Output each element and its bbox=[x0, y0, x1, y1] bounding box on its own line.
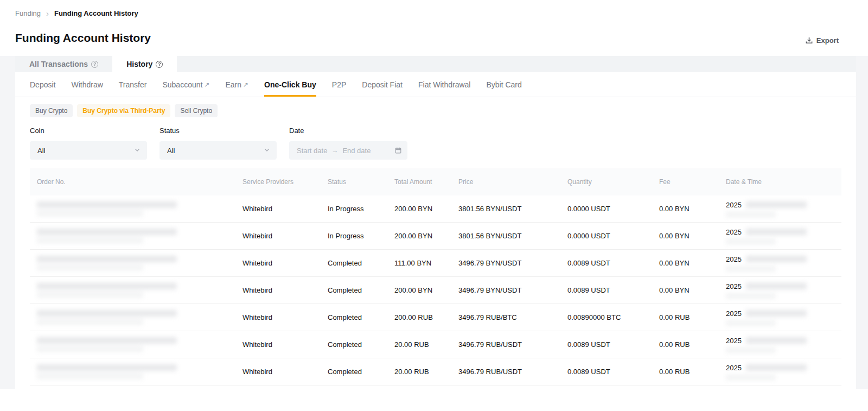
pill-sell-crypto[interactable]: Sell Crypto bbox=[175, 104, 218, 117]
time-redacted bbox=[726, 375, 776, 380]
subtab-bar: Deposit Withdraw Transfer Subaccount↗ Ea… bbox=[15, 72, 856, 97]
time-redacted bbox=[726, 347, 776, 353]
content-background: All Transactions ? History ? Deposit Wit… bbox=[0, 56, 868, 389]
col-fee: Fee bbox=[659, 178, 726, 186]
coin-filter-label: Coin bbox=[30, 127, 147, 135]
date-year: 2025 bbox=[726, 309, 742, 318]
service-provider: Whitebird bbox=[242, 313, 328, 321]
subtab-transfer[interactable]: Transfer bbox=[119, 72, 147, 97]
fee: 0.00 RUB bbox=[659, 368, 726, 376]
quantity: 0.0089 USDT bbox=[567, 340, 659, 349]
col-service-providers: Service Providers bbox=[242, 178, 328, 186]
order-no-redacted bbox=[37, 283, 242, 298]
fee: 0.00 RUB bbox=[659, 340, 726, 349]
total-amount: 200.00 RUB bbox=[394, 313, 458, 321]
pill-buy-crypto[interactable]: Buy Crypto bbox=[30, 104, 73, 117]
subtab-subaccount[interactable]: Subaccount↗ bbox=[162, 72, 209, 97]
fee: 0.00 BYN bbox=[659, 286, 726, 294]
status-value: Completed bbox=[328, 286, 394, 294]
status-filter: Status All bbox=[159, 127, 277, 160]
calendar-icon[interactable] bbox=[394, 147, 402, 154]
date-redacted bbox=[746, 256, 807, 262]
time-redacted bbox=[726, 212, 776, 217]
subtab-label: Deposit Fiat bbox=[362, 80, 403, 89]
subtab-bybit-card[interactable]: Bybit Card bbox=[486, 72, 521, 97]
price: 3496.79 RUB/USDT bbox=[458, 340, 567, 349]
subtab-deposit[interactable]: Deposit bbox=[30, 72, 55, 97]
time-redacted bbox=[726, 239, 776, 244]
col-order-no: Order No. bbox=[37, 178, 242, 186]
history-table: Order No. Service Providers Status Total… bbox=[30, 168, 841, 385]
chevron-down-icon bbox=[134, 147, 141, 155]
order-no-redacted bbox=[37, 364, 242, 379]
subtab-deposit-fiat[interactable]: Deposit Fiat bbox=[362, 72, 403, 97]
date-time: 2025 bbox=[726, 255, 841, 271]
status-filter-label: Status bbox=[159, 127, 277, 135]
coin-filter: Coin All bbox=[30, 127, 147, 160]
order-no-redacted bbox=[37, 229, 242, 243]
pill-filter-group: Buy Crypto Buy Crypto via Third-Party Se… bbox=[15, 97, 856, 117]
chevron-right-icon: › bbox=[46, 10, 49, 17]
price: 3801.56 BYN/USDT bbox=[458, 232, 567, 240]
quantity: 0.0089 USDT bbox=[567, 286, 659, 294]
pill-buy-crypto-third-party[interactable]: Buy Crypto via Third-Party bbox=[77, 104, 170, 117]
date-redacted bbox=[746, 229, 807, 235]
status-value: In Progress bbox=[328, 205, 394, 213]
service-provider: Whitebird bbox=[242, 340, 328, 349]
subtab-p2p[interactable]: P2P bbox=[332, 72, 346, 97]
quantity: 0.0000 USDT bbox=[567, 232, 659, 240]
coin-select[interactable]: All bbox=[30, 141, 147, 160]
time-redacted bbox=[726, 320, 776, 326]
order-no-redacted bbox=[37, 256, 242, 270]
help-icon[interactable]: ? bbox=[156, 61, 163, 68]
breadcrumb-parent[interactable]: Funding bbox=[15, 9, 41, 17]
col-date-time: Date & Time bbox=[726, 178, 841, 186]
total-amount: 200.00 BYN bbox=[394, 232, 458, 240]
download-icon bbox=[805, 36, 813, 45]
tab-history[interactable]: History ? bbox=[112, 56, 177, 72]
subtab-one-click-buy[interactable]: One-Click Buy bbox=[264, 72, 316, 97]
date-filter: Date Start date → End date bbox=[289, 127, 407, 160]
price: 3496.79 BYN/USDT bbox=[458, 259, 567, 267]
date-time: 2025 bbox=[726, 337, 841, 353]
date-year: 2025 bbox=[726, 337, 742, 345]
price: 3801.56 BYN/USDT bbox=[458, 205, 567, 213]
service-provider: Whitebird bbox=[242, 205, 328, 213]
subtab-earn[interactable]: Earn↗ bbox=[225, 72, 248, 97]
date-range-input[interactable]: Start date → End date bbox=[289, 141, 407, 160]
date-year: 2025 bbox=[726, 255, 742, 263]
total-amount: 111.00 BYN bbox=[394, 259, 458, 267]
subtab-label: Deposit bbox=[30, 80, 55, 89]
external-link-icon: ↗ bbox=[204, 81, 209, 88]
subtab-label: Transfer bbox=[119, 80, 147, 89]
order-no-redacted bbox=[37, 337, 242, 352]
subtab-fiat-withdrawal[interactable]: Fiat Withdrawal bbox=[418, 72, 470, 97]
date-redacted bbox=[746, 364, 807, 371]
chevron-down-icon bbox=[264, 147, 270, 155]
page-title: Funding Account History bbox=[15, 31, 151, 45]
export-button[interactable]: Export bbox=[805, 36, 839, 45]
total-amount: 20.00 RUB bbox=[394, 340, 458, 349]
subtab-label: Subaccount bbox=[162, 80, 202, 89]
subtab-withdraw[interactable]: Withdraw bbox=[71, 72, 103, 97]
time-redacted bbox=[726, 293, 776, 299]
date-time: 2025 bbox=[726, 201, 841, 217]
fee: 0.00 BYN bbox=[659, 205, 726, 213]
subtab-label: One-Click Buy bbox=[264, 80, 316, 89]
help-icon[interactable]: ? bbox=[91, 61, 98, 68]
filters-row: Coin All Status All bbox=[15, 117, 856, 160]
service-provider: Whitebird bbox=[242, 286, 328, 294]
status-value: Completed bbox=[328, 313, 394, 321]
end-date-placeholder: End date bbox=[342, 147, 371, 155]
table-row: Whitebird In Progress 200.00 BYN 3801.56… bbox=[30, 223, 841, 250]
date-year: 2025 bbox=[726, 364, 742, 372]
fee: 0.00 RUB bbox=[659, 313, 726, 321]
subtab-label: Withdraw bbox=[71, 80, 103, 89]
status-select-value: All bbox=[167, 147, 175, 155]
quantity: 0.0000 USDT bbox=[567, 205, 659, 213]
subtab-label: Bybit Card bbox=[486, 80, 521, 89]
status-select[interactable]: All bbox=[159, 141, 277, 160]
date-redacted bbox=[746, 201, 807, 208]
tab-all-transactions[interactable]: All Transactions ? bbox=[15, 56, 112, 72]
service-provider: Whitebird bbox=[242, 232, 328, 240]
